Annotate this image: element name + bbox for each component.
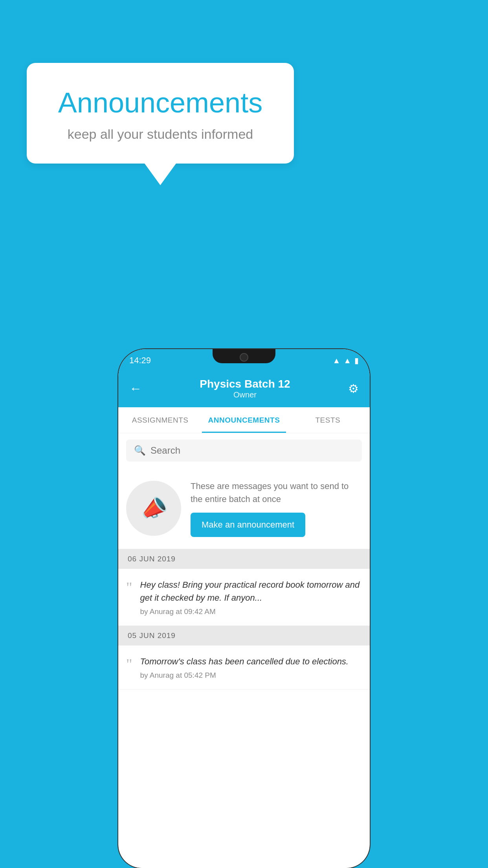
app-bar-title: Physics Batch 12 bbox=[142, 378, 348, 390]
phone-device: 14:29 ▲ ▲ ▮ ← Physics Batch 12 Owner ⚙ A… bbox=[118, 349, 370, 868]
announcement-prompt-text-area: These are messages you want to send to t… bbox=[191, 480, 362, 537]
app-bar-subtitle: Owner bbox=[142, 390, 348, 399]
announcement-prompt: 📣 These are messages you want to send to… bbox=[118, 468, 370, 549]
status-time: 14:29 bbox=[129, 355, 151, 366]
app-bar: ← Physics Batch 12 Owner ⚙ bbox=[118, 370, 370, 407]
date-separator-1: 06 JUN 2019 bbox=[118, 549, 370, 569]
front-camera bbox=[240, 353, 248, 362]
wifi-icon: ▲ bbox=[332, 356, 340, 365]
battery-icon: ▮ bbox=[354, 356, 359, 365]
tabs-bar: ASSIGNMENTS ANNOUNCEMENTS TESTS bbox=[118, 407, 370, 433]
speech-bubble-subtitle: keep all your students informed bbox=[46, 127, 274, 142]
speech-bubble-tail bbox=[145, 164, 176, 185]
announcement-item-2: " Tomorrow's class has been cancelled du… bbox=[118, 645, 370, 690]
announcement-text-2: Tomorrow's class has been cancelled due … bbox=[140, 655, 362, 680]
app-bar-title-area: Physics Batch 12 Owner bbox=[142, 378, 348, 399]
signal-icon: ▲ bbox=[343, 356, 351, 365]
phone-notch bbox=[213, 349, 275, 363]
announcement-text-1: Hey class! Bring your practical record b… bbox=[140, 578, 362, 616]
status-icons: ▲ ▲ ▮ bbox=[332, 356, 359, 365]
tab-tests[interactable]: TESTS bbox=[286, 407, 370, 433]
search-icon: 🔍 bbox=[134, 445, 146, 456]
megaphone-circle: 📣 bbox=[126, 481, 181, 536]
make-announcement-button[interactable]: Make an announcement bbox=[191, 513, 305, 537]
speech-bubble-title: Announcements bbox=[46, 86, 274, 119]
date-separator-2: 05 JUN 2019 bbox=[118, 626, 370, 645]
settings-icon[interactable]: ⚙ bbox=[348, 382, 359, 395]
announcement-meta-1: by Anurag at 09:42 AM bbox=[140, 607, 362, 616]
quote-icon-1: " bbox=[126, 580, 132, 595]
tab-assignments[interactable]: ASSIGNMENTS bbox=[118, 407, 202, 433]
speech-bubble: Announcements keep all your students inf… bbox=[27, 63, 294, 164]
announcement-prompt-description: These are messages you want to send to t… bbox=[191, 480, 362, 506]
tab-announcements[interactable]: ANNOUNCEMENTS bbox=[202, 407, 286, 433]
speech-bubble-container: Announcements keep all your students inf… bbox=[27, 63, 294, 185]
search-wrapper: 🔍 bbox=[126, 440, 362, 462]
announcement-meta-2: by Anurag at 05:42 PM bbox=[140, 671, 362, 680]
search-container: 🔍 bbox=[118, 433, 370, 468]
announcement-item-1: " Hey class! Bring your practical record… bbox=[118, 569, 370, 626]
back-button[interactable]: ← bbox=[129, 381, 142, 396]
megaphone-icon: 📣 bbox=[137, 493, 170, 524]
announcement-message-1: Hey class! Bring your practical record b… bbox=[140, 578, 362, 604]
quote-icon-2: " bbox=[126, 657, 132, 671]
phone-screen: 14:29 ▲ ▲ ▮ ← Physics Batch 12 Owner ⚙ A… bbox=[118, 349, 370, 868]
search-input[interactable] bbox=[150, 445, 354, 456]
announcement-message-2: Tomorrow's class has been cancelled due … bbox=[140, 655, 362, 668]
